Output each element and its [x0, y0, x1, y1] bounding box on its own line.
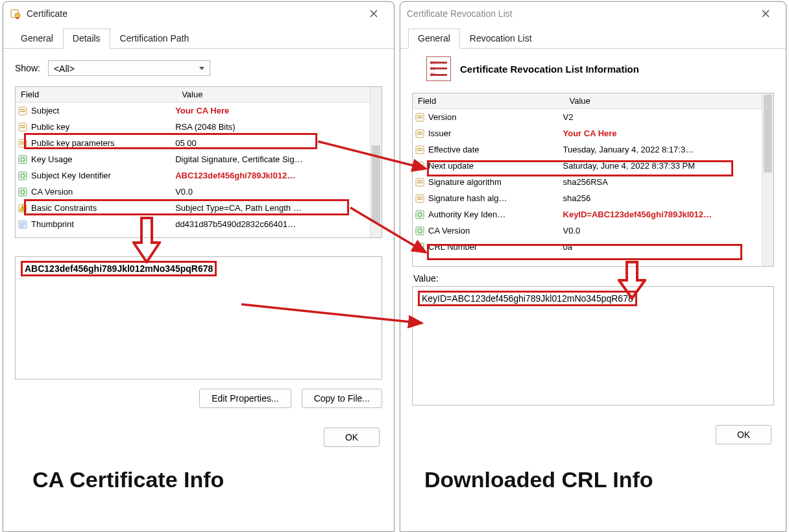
svg-rect-37 — [417, 180, 422, 182]
label-right: Downloaded CRL Info — [424, 467, 653, 492]
cert-row[interactable]: Subject Key IdentifierABC123def456ghi789… — [16, 167, 382, 184]
tab-crl-general[interactable]: General — [408, 29, 460, 49]
crl-heading-text: Certificate Revocation List Information — [460, 64, 639, 75]
crl-title: Certificate Revocation List — [407, 8, 513, 19]
certificate-icon — [10, 8, 21, 19]
svg-rect-6 — [20, 125, 25, 127]
scroll-thumb[interactable] — [764, 95, 772, 173]
row-value: dd431d87b5490d2832c66401… — [175, 219, 382, 229]
certificate-tabs: General Details Certification Path — [3, 28, 394, 49]
row-icon — [17, 170, 29, 182]
svg-rect-7 — [20, 127, 25, 128]
row-icon — [414, 160, 426, 172]
show-label: Show: — [15, 63, 40, 73]
svg-rect-19 — [22, 210, 23, 210]
crl-detail-pane: KeyID=ABC123def456ghi789Jkl012mNo345pqR6… — [412, 286, 774, 405]
col-value[interactable]: Value — [176, 87, 382, 102]
show-select[interactable]: <All> — [48, 60, 210, 76]
row-field: Signature algorithm — [428, 177, 563, 187]
svg-rect-21 — [20, 223, 25, 223]
svg-rect-23 — [20, 226, 23, 227]
col-field[interactable]: Field — [413, 93, 564, 108]
row-field: Issuer — [428, 128, 563, 138]
crl-heading: ✕ ✕ ✕ Certificate Revocation List Inform… — [412, 54, 774, 93]
row-value: ABC123def456ghi789Jkl012… — [175, 171, 382, 180]
row-icon — [414, 193, 426, 204]
row-value: V0.0 — [175, 187, 382, 197]
row-value: V0.0 — [563, 226, 773, 236]
certificate-titlebar: Certificate — [3, 2, 394, 28]
crl-listview[interactable]: Field Value VersionV2IssuerYour CA HereE… — [412, 93, 774, 267]
certificate-close-button[interactable] — [360, 5, 387, 23]
row-icon — [17, 219, 29, 230]
row-icon — [17, 186, 29, 198]
crl-scrollbar[interactable] — [762, 93, 773, 266]
crl-tabs: General Revocation List — [400, 28, 786, 49]
cert-detail-pane: ABC123def456ghi789Jkl012mNo345pqR678 — [15, 256, 382, 380]
crl-row[interactable]: VersionV2 — [413, 109, 773, 125]
svg-rect-4 — [20, 111, 25, 112]
svg-rect-35 — [417, 166, 422, 167]
row-value: sha256RSA — [563, 177, 773, 187]
tab-crl-revlist[interactable]: Revocation List — [460, 29, 542, 49]
row-field: Effective date — [428, 145, 563, 154]
row-icon — [17, 105, 29, 117]
label-left: CA Certificate Info — [32, 467, 224, 492]
crl-row[interactable]: IssuerYour CA Here — [413, 125, 773, 141]
cert-row[interactable]: SubjectYour CA Here — [16, 103, 382, 119]
svg-rect-32 — [417, 150, 422, 151]
copy-to-file-button[interactable]: Copy to File... — [302, 389, 382, 408]
arrow-down-right — [618, 261, 646, 300]
row-field: Subject Key Identifier — [31, 171, 175, 180]
hl-crl-issuer — [427, 160, 733, 176]
row-value: Digital Signature, Certificate Sig… — [175, 154, 382, 164]
crl-ok-button[interactable]: OK — [716, 425, 771, 444]
scroll-thumb[interactable] — [372, 145, 380, 223]
svg-rect-3 — [20, 109, 25, 110]
crl-value-label: Value: — [413, 273, 774, 284]
col-value[interactable]: Value — [564, 93, 773, 108]
tab-general[interactable]: General — [11, 29, 63, 49]
row-icon — [414, 225, 426, 237]
certificate-title: Certificate — [27, 8, 67, 19]
hl-cert-ski — [24, 199, 349, 215]
crl-row[interactable]: CA VersionV0.0 — [413, 223, 773, 239]
row-field: Authority Key Iden… — [428, 210, 563, 219]
svg-rect-26 — [417, 117, 422, 119]
cert-row[interactable]: CA VersionV0.0 — [16, 184, 382, 200]
tab-certpath[interactable]: Certification Path — [110, 29, 199, 49]
row-icon — [414, 128, 426, 139]
edit-properties-button[interactable]: Edit Properties... — [199, 389, 291, 408]
hl-crl-aki — [427, 244, 742, 260]
svg-point-1 — [15, 13, 20, 18]
row-field: Public key — [31, 122, 175, 132]
svg-rect-40 — [417, 197, 422, 198]
arrow-down-left — [132, 217, 161, 263]
cert-row[interactable]: Thumbprintdd431d87b5490d2832c66401… — [16, 216, 382, 232]
row-field: CA Version — [428, 226, 563, 236]
hl-cert-subject — [24, 133, 317, 149]
crl-lv-header: Field Value — [413, 93, 773, 109]
svg-rect-41 — [417, 199, 422, 200]
row-field: CA Version — [31, 187, 175, 197]
row-value: Tuesday, January 4, 2022 8:17:3… — [563, 145, 773, 154]
svg-rect-18 — [22, 207, 23, 209]
svg-rect-31 — [417, 148, 422, 149]
cert-detail-value: ABC123def456ghi789Jkl012mNo345pqR678 — [21, 261, 217, 276]
tab-details[interactable]: Details — [63, 29, 110, 49]
crl-close-button[interactable] — [752, 5, 779, 23]
svg-rect-28 — [417, 132, 422, 133]
cert-scrollbar[interactable] — [370, 87, 382, 237]
crl-row[interactable]: Effective dateTuesday, January 4, 2022 8… — [413, 141, 773, 158]
col-field[interactable]: Field — [16, 87, 176, 102]
crl-row[interactable]: Authority Key Iden…KeyID=ABC123def456ghi… — [413, 206, 773, 223]
cert-row[interactable]: Key UsageDigital Signature, Certificate … — [16, 151, 382, 167]
cert-ok-button[interactable]: OK — [324, 428, 380, 447]
row-value: RSA (2048 Bits) — [175, 122, 382, 132]
row-field: Subject — [31, 106, 175, 115]
crl-row[interactable]: Signature hash alg…sha256 — [413, 190, 773, 206]
certificate-window: Certificate General Details Certificatio… — [3, 1, 394, 532]
cert-lv-header: Field Value — [16, 87, 382, 103]
row-icon — [414, 209, 426, 221]
row-icon — [414, 176, 426, 188]
